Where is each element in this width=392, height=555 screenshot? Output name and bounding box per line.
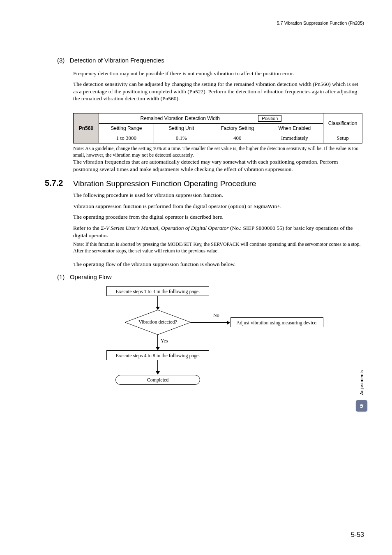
section-3-heading: (3) Detection of Vibration Frequencies: [57, 57, 164, 64]
arrow-down-icon: [156, 371, 160, 375]
arrow-down-icon: [156, 347, 160, 350]
flow-decision-label: Vibration detected?: [125, 319, 191, 325]
section-3-para-2: The detection sensitivity can be adjuste…: [73, 81, 363, 102]
p7-italic: -V Series User's Manual, Operation of Di…: [104, 225, 228, 231]
section-3-para-1: Frequency detection may not be possible …: [73, 70, 363, 77]
p7-pre: Refer to the: [73, 225, 101, 231]
flow-yes-label: Yes: [161, 338, 168, 344]
param-pn: Pn560: [74, 113, 99, 143]
p7-sigma: Σ: [101, 225, 104, 231]
para-5: Vibration suppression function is perfor…: [73, 203, 363, 210]
th-enabled: When Enabled: [266, 124, 323, 133]
flow-decision: Vibration detected?: [125, 310, 191, 335]
note-1-body: As a guideline, change the setting 10% a…: [73, 146, 358, 158]
arrow-down-icon: [156, 307, 160, 310]
flow-box-3: Execute steps 4 to 8 in the following pa…: [106, 350, 209, 360]
section-3-title: Detection of Vibration Frequencies: [70, 57, 164, 64]
note-2-body: If this function is aborted by pressing …: [73, 241, 361, 254]
section-flow-num: (1): [57, 273, 65, 280]
para-6: The operating procedure from the digital…: [73, 213, 363, 221]
th-range: Setting Range: [99, 124, 154, 133]
side-label: Adjustments: [359, 370, 364, 395]
position-box: Position: [258, 115, 281, 122]
val-factory: 400: [209, 133, 266, 143]
flow-box-2: Adjust vibration using measuring device.: [231, 317, 323, 327]
flow-line: [157, 360, 158, 372]
page-number: 5-53: [351, 531, 364, 539]
flow-terminal: Completed: [115, 375, 200, 385]
section-572-num: 5.7.2: [45, 178, 63, 188]
val-classification: Setup: [323, 133, 362, 143]
flow-line: [157, 296, 158, 308]
section-3-num: (3): [57, 57, 65, 64]
chapter-badge: 5: [356, 400, 367, 412]
flow-no-label: No: [213, 312, 219, 319]
param-title-cell: Remained Vibration Detection Width Posit…: [99, 113, 323, 124]
flow-box-1: Execute steps 1 to 3 in the following pa…: [106, 286, 209, 296]
param-title: Remained Vibration Detection Width: [141, 116, 220, 121]
header-divider: [41, 29, 364, 29]
th-unit: Setting Unit: [154, 124, 209, 133]
side-tab: Adjustments 5: [356, 370, 367, 412]
flow-line-h: [191, 322, 228, 323]
section-572-title: Vibration Suppression Function Operating…: [73, 179, 256, 188]
th-factory: Factory Setting: [209, 124, 266, 133]
section-flow-title: Operating Flow: [70, 273, 112, 280]
note-1: Note: As a guideline, change the setting…: [73, 146, 363, 158]
parameter-table: Pn560 Remained Vibration Detection Width…: [73, 113, 362, 143]
flow-line: [157, 335, 158, 348]
val-enabled: Immediately: [266, 133, 323, 143]
note-1-prefix: Note:: [73, 146, 84, 151]
para-8: The operating flow of the vibration supp…: [73, 261, 363, 268]
para-3: The vibration frequencies that are autom…: [73, 158, 363, 173]
val-unit: 0.1%: [154, 133, 209, 143]
note-2: Note: If this function is aborted by pre…: [73, 241, 363, 254]
flowchart: Execute steps 1 to 3 in the following pa…: [106, 284, 328, 419]
section-flow-heading: (1) Operating Flow: [57, 273, 112, 280]
arrow-right-icon: [227, 321, 230, 325]
note-2-prefix: Note:: [73, 241, 84, 247]
val-range: 1 to 3000: [99, 133, 154, 143]
header-breadcrumb: 5.7 Vibration Suppression Function (Fn20…: [277, 21, 364, 25]
classification-header: Classification: [323, 113, 362, 133]
para-4: The following procedure is used for vibr…: [73, 192, 363, 199]
para-7: Refer to the Σ-V Series User's Manual, O…: [73, 224, 363, 239]
